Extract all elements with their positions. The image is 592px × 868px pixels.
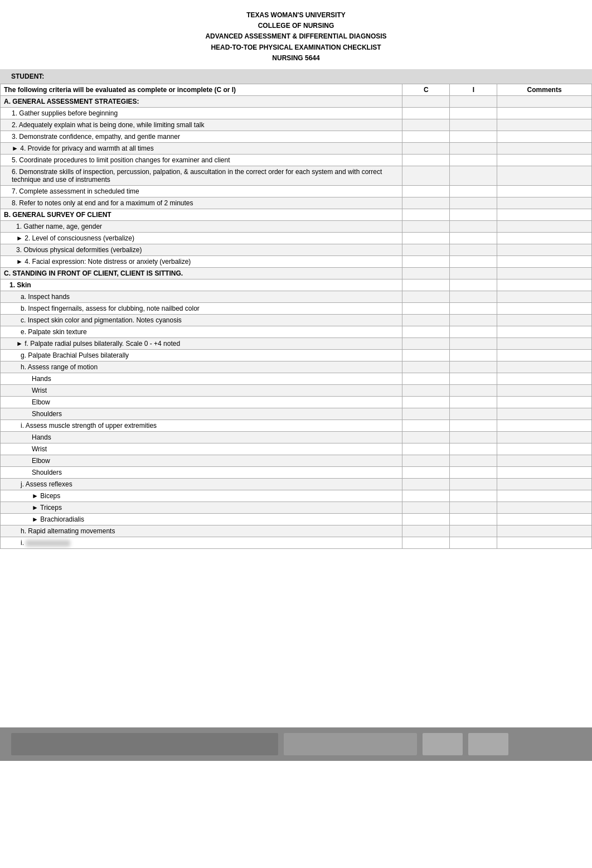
item-a6-comments xyxy=(497,166,592,185)
item-c1c-comments xyxy=(497,314,592,326)
item-a1-i xyxy=(450,107,497,119)
section-b-comments xyxy=(497,209,592,220)
item-a3-comments xyxy=(497,131,592,142)
item-a8-i xyxy=(450,197,497,209)
section-a-i xyxy=(450,95,497,107)
item-c1h-hands-c xyxy=(402,373,450,384)
item-a5: 5. Coordinate procedures to limit positi… xyxy=(1,154,402,166)
item-c1i-hands: Hands xyxy=(1,431,402,443)
row-c1i-hands: Hands xyxy=(1,431,592,443)
section-c-c xyxy=(402,267,450,279)
student-label: STUDENT: xyxy=(11,73,44,80)
row-a7: 7. Complete assessment in scheduled time xyxy=(1,185,592,197)
item-b1-i xyxy=(450,220,497,232)
item-c1h-i xyxy=(450,361,497,373)
item-b2: ► 2. Level of consciousness (verbalize) xyxy=(1,232,402,244)
item-c1j-triceps: ► Triceps xyxy=(1,501,402,513)
item-b3-c xyxy=(402,244,450,255)
item-a5-c xyxy=(402,154,450,166)
item-c1i2-comments xyxy=(497,537,592,548)
item-c1i-i xyxy=(450,419,497,431)
section-c1-c xyxy=(402,279,450,291)
bottom-nav-right[interactable] xyxy=(514,733,581,755)
section-c1-comments xyxy=(497,279,592,291)
item-c1i-elbow-i xyxy=(450,455,497,466)
item-c1e-c xyxy=(402,326,450,337)
row-c1h-hands: Hands xyxy=(1,373,592,384)
item-c1i-wrist-comments xyxy=(497,443,592,455)
row-b4: ► 4. Facial expression: Note distress or… xyxy=(1,255,592,267)
item-c1h: h. Assess range of motion xyxy=(1,361,402,373)
row-c1j-biceps: ► Biceps xyxy=(1,490,592,501)
item-a2-c xyxy=(402,119,450,131)
col-header-comments: Comments xyxy=(497,84,592,95)
item-c1h-elbow: Elbow xyxy=(1,396,402,408)
item-b2-comments xyxy=(497,232,592,244)
row-c1i2: i. xyxy=(1,537,592,548)
item-c1h-wrist-i xyxy=(450,384,497,396)
item-c1e-comments xyxy=(497,326,592,337)
item-c1i-wrist: Wrist xyxy=(1,443,402,455)
item-a8-comments xyxy=(497,197,592,209)
page: TEXAS WOMAN'S UNIVERSITY COLLEGE OF NURS… xyxy=(0,0,592,868)
item-a4: ► 4. Provide for privacy and warmth at a… xyxy=(1,142,402,154)
item-a1: 1. Gather supplies before beginning xyxy=(1,107,402,119)
item-a4-i xyxy=(450,142,497,154)
bottom-nav-center xyxy=(284,733,417,755)
item-c1a-c xyxy=(402,291,450,302)
item-c1b-comments xyxy=(497,302,592,314)
item-c1h-shoulders: Shoulders xyxy=(1,408,402,419)
checklist-table: The following criteria will be evaluated… xyxy=(0,84,592,549)
item-c1i-hands-i xyxy=(450,431,497,443)
student-bar: STUDENT: xyxy=(0,69,592,84)
bottom-nav-left[interactable] xyxy=(11,733,278,755)
item-c1i-shoulders-i xyxy=(450,466,497,478)
item-c1i: i. Assess muscle strength of upper extre… xyxy=(1,419,402,431)
item-a6-c xyxy=(402,166,450,185)
item-a6-i xyxy=(450,166,497,185)
item-a5-comments xyxy=(497,154,592,166)
item-a1-comments xyxy=(497,107,592,119)
section-c-i xyxy=(450,267,497,279)
item-c1e: e. Palpate skin texture xyxy=(1,326,402,337)
item-c1h-elbow-i xyxy=(450,396,497,408)
item-c1i-elbow-comments xyxy=(497,455,592,466)
item-a4-comments xyxy=(497,142,592,154)
item-c1j-biceps-c xyxy=(402,490,450,501)
item-b4: ► 4. Facial expression: Note distress or… xyxy=(1,255,402,267)
row-c1b: b. Inspect fingernails, assess for clubb… xyxy=(1,302,592,314)
row-a6: 6. Demonstrate skills of inspection, per… xyxy=(1,166,592,185)
item-c1h-hands-comments xyxy=(497,373,592,384)
item-c1j-biceps-i xyxy=(450,490,497,501)
section-c1-header-row: 1. Skin xyxy=(1,279,592,291)
item-a3-i xyxy=(450,131,497,142)
item-c1i2-c xyxy=(402,537,450,548)
item-c1j-triceps-i xyxy=(450,501,497,513)
section-a-title: A. GENERAL ASSESSMENT STRATEGIES: xyxy=(1,95,402,107)
header-line2: COLLEGE OF NURSING xyxy=(11,21,581,31)
row-c1i-elbow: Elbow xyxy=(1,455,592,466)
item-c1h-wrist: Wrist xyxy=(1,384,402,396)
section-c-title: C. STANDING IN FRONT OF CLIENT, CLIENT I… xyxy=(1,267,402,279)
item-c1j: j. Assess reflexes xyxy=(1,478,402,490)
item-c1c-i xyxy=(450,314,497,326)
item-c1i-c xyxy=(402,419,450,431)
item-a3-c xyxy=(402,131,450,142)
item-c1j-c xyxy=(402,478,450,490)
item-c1j-comments xyxy=(497,478,592,490)
section-c-header-row: C. STANDING IN FRONT OF CLIENT, CLIENT I… xyxy=(1,267,592,279)
item-c1h-comments xyxy=(497,361,592,373)
bottom-toolbar-content xyxy=(11,733,581,755)
row-c1h2: h. Rapid alternating movements xyxy=(1,525,592,537)
item-c1i-comments xyxy=(497,419,592,431)
item-a6: 6. Demonstrate skills of inspection, per… xyxy=(1,166,402,185)
header-line4: HEAD-TO-TOE PHYSICAL EXAMINATION CHECKLI… xyxy=(11,42,581,53)
row-a3: 3. Demonstrate confidence, empathy, and … xyxy=(1,131,592,142)
item-c1i-wrist-c xyxy=(402,443,450,455)
item-c1j-brachioradialis-c xyxy=(402,513,450,525)
item-c1j-brachioradialis-i xyxy=(450,513,497,525)
item-c1b-c xyxy=(402,302,450,314)
item-a5-i xyxy=(450,154,497,166)
header-line1: TEXAS WOMAN'S UNIVERSITY xyxy=(11,10,581,21)
row-c1e: e. Palpate skin texture xyxy=(1,326,592,337)
